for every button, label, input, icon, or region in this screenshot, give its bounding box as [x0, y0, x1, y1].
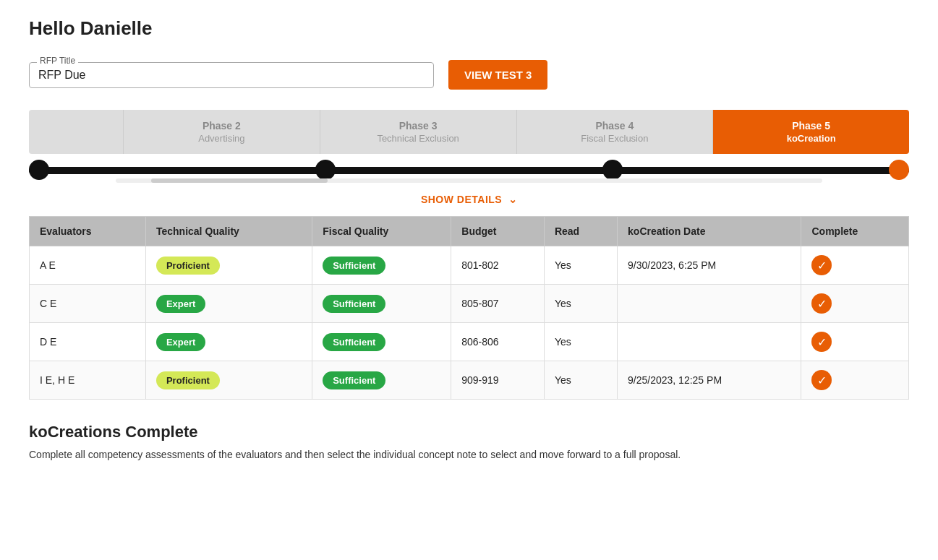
progress-track — [29, 167, 909, 174]
cell-read: Yes — [544, 361, 617, 400]
show-details-button[interactable]: SHOW DETAILS ⌄ — [421, 194, 517, 205]
cell-technical: Expert — [145, 285, 312, 323]
cell-budget: 801-802 — [451, 246, 545, 285]
complete-check-icon: ✓ — [811, 293, 832, 314]
phase-5: Phase 5 koCreation — [712, 110, 909, 154]
table-row: C E Expert Sufficient 805-807 Yes ✓ — [30, 285, 909, 323]
phase-3-name: Technical Exclusion — [328, 133, 509, 144]
cell-fiscal: Sufficient — [312, 246, 451, 285]
phases-bar: Phase 2 Advertising Phase 3 Technical Ex… — [29, 110, 909, 154]
cell-fiscal: Sufficient — [312, 361, 451, 400]
cell-fiscal: Sufficient — [312, 285, 451, 323]
table-row: D E Expert Sufficient 806-806 Yes ✓ — [30, 323, 909, 361]
phase-4-num: Phase 4 — [524, 120, 706, 132]
phase-3-num: Phase 3 — [328, 120, 509, 132]
phase-2: Phase 2 Advertising — [123, 110, 320, 154]
col-evaluators: Evaluators — [30, 217, 146, 246]
complete-check-icon: ✓ — [811, 370, 832, 390]
show-details-row: SHOW DETAILS ⌄ — [29, 193, 909, 206]
cell-complete: ✓ — [801, 246, 909, 285]
cell-technical: Proficient — [145, 361, 312, 400]
cell-budget: 909-919 — [451, 361, 545, 400]
phase-2-name: Advertising — [131, 133, 312, 144]
phase-5-num: Phase 5 — [720, 120, 902, 132]
phase-4: Phase 4 Fiscal Exclusion — [516, 110, 713, 154]
ko-creations-desc: Complete all competency assessments of t… — [29, 447, 909, 462]
rfp-field: RFP Title RFP Due — [29, 62, 434, 88]
progress-area — [29, 167, 909, 183]
scroll-hint — [116, 178, 822, 183]
show-details-label: SHOW DETAILS — [421, 194, 502, 205]
col-complete: Complete — [801, 217, 909, 246]
phase-1 — [29, 110, 123, 154]
cell-evaluator: A E — [30, 246, 146, 285]
rfp-value: RFP Due — [38, 69, 425, 82]
cell-complete: ✓ — [801, 361, 909, 400]
col-ko-date: koCreation Date — [618, 217, 801, 246]
cell-read: Yes — [544, 285, 617, 323]
view-test-button[interactable]: VIEW TEST 3 — [448, 60, 547, 90]
rfp-row: RFP Title RFP Due VIEW TEST 3 — [29, 60, 909, 90]
progress-dots — [29, 160, 909, 180]
cell-technical: Proficient — [145, 246, 312, 285]
phase-3: Phase 3 Technical Exclusion — [320, 110, 516, 154]
cell-evaluator: D E — [30, 323, 146, 361]
cell-ko-date — [618, 323, 801, 361]
cell-ko-date: 9/30/2023, 6:25 PM — [618, 246, 801, 285]
phase-5-name: koCreation — [720, 133, 902, 144]
chevron-down-icon: ⌄ — [508, 194, 518, 205]
cell-technical: Expert — [145, 323, 312, 361]
progress-dot-2 — [315, 160, 336, 180]
evaluators-table: Evaluators Technical Quality Fiscal Qual… — [29, 216, 909, 400]
cell-evaluator: I E, H E — [30, 361, 146, 400]
cell-budget: 805-807 — [451, 285, 545, 323]
progress-dot-1 — [29, 160, 49, 180]
table-row: I E, H E Proficient Sufficient 909-919 Y… — [30, 361, 909, 400]
page-greeting: Hello Danielle — [29, 17, 909, 40]
cell-read: Yes — [544, 323, 617, 361]
col-fiscal: Fiscal Quality — [312, 217, 451, 246]
cell-fiscal: Sufficient — [312, 323, 451, 361]
cell-evaluator: C E — [30, 285, 146, 323]
col-budget: Budget — [451, 217, 545, 246]
complete-check-icon: ✓ — [811, 332, 832, 352]
cell-ko-date: 9/25/2023, 12:25 PM — [618, 361, 801, 400]
table-row: A E Proficient Sufficient 801-802 Yes 9/… — [30, 246, 909, 285]
rfp-label: RFP Title — [37, 56, 78, 66]
col-read: Read — [544, 217, 617, 246]
scroll-thumb[interactable] — [151, 178, 328, 183]
phase-4-name: Fiscal Exclusion — [524, 133, 706, 144]
ko-creations-title: koCreations Complete — [29, 423, 909, 441]
col-technical: Technical Quality — [145, 217, 312, 246]
cell-ko-date — [618, 285, 801, 323]
progress-dot-3 — [602, 160, 623, 180]
progress-dot-4 — [889, 160, 909, 180]
complete-check-icon: ✓ — [811, 255, 832, 275]
cell-complete: ✓ — [801, 285, 909, 323]
cell-read: Yes — [544, 246, 617, 285]
cell-budget: 806-806 — [451, 323, 545, 361]
phase-2-num: Phase 2 — [131, 120, 312, 132]
cell-complete: ✓ — [801, 323, 909, 361]
